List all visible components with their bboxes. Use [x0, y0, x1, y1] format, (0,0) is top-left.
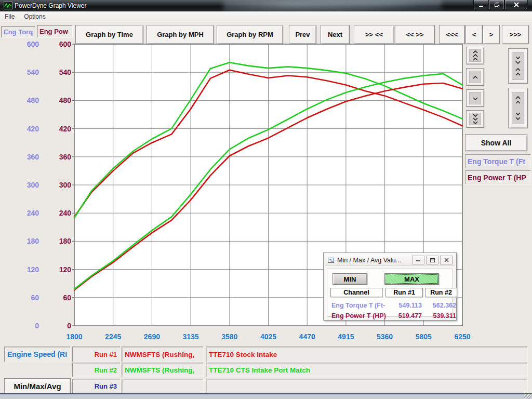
- chevrons-expand-icon: [512, 92, 524, 124]
- run2-label-box[interactable]: Run #2: [72, 363, 121, 377]
- run1-description-box: TTE710 Stock Intake: [206, 347, 528, 362]
- torque-axis-tick-label: 240: [27, 209, 39, 217]
- power-axis-tick-label: 540: [59, 68, 72, 76]
- torque-axis-tick-label: 0: [35, 322, 39, 330]
- rpm-axis-tick-label: 5805: [416, 332, 432, 341]
- power-axis-tick-label: 420: [59, 125, 72, 133]
- dialog-icon: [327, 257, 335, 263]
- minimize-icon: [478, 3, 484, 7]
- torque-row-channel: Eng Torque T (Ft-: [331, 302, 385, 309]
- collapse-scale-button[interactable]: [508, 48, 528, 84]
- rpm-axis-tick-label: 6250: [454, 332, 470, 341]
- run1-column-header: Run #1: [385, 288, 423, 297]
- dialog-minimize-icon: [416, 258, 420, 262]
- scroll-down-button[interactable]: [466, 89, 484, 107]
- torque-axis-tick-label: 300: [27, 181, 39, 189]
- menu-file[interactable]: File: [5, 13, 15, 20]
- graph-by-time-button[interactable]: Graph by Time: [75, 25, 143, 44]
- min-max-avg-button[interactable]: Min/Max/Avg: [4, 378, 71, 394]
- scroll-down-fast-button[interactable]: [466, 110, 484, 128]
- menu-options[interactable]: Options: [24, 13, 45, 20]
- run3-file-box: [122, 379, 204, 393]
- window-controls: [473, 0, 528, 10]
- restore-icon: [494, 2, 500, 7]
- power-axis-tick-label: 300: [59, 181, 72, 189]
- run2-file-box: NWMSFTS (Rushing,: [122, 363, 204, 377]
- close-button[interactable]: [504, 0, 528, 10]
- step-forward-button[interactable]: >: [483, 25, 500, 44]
- go-first-button[interactable]: <<<: [439, 25, 465, 44]
- scroll-up-fast-button[interactable]: [466, 47, 484, 64]
- window-bottom-border: [0, 393, 532, 399]
- triple-chevron-down-icon: [469, 113, 481, 125]
- power-channel-label[interactable]: Eng Power T (HP: [465, 170, 531, 184]
- min-tab-button[interactable]: MIN: [332, 273, 367, 285]
- rpm-axis-tick-label: 4025: [260, 332, 276, 341]
- resize-grip-icon[interactable]: [524, 394, 531, 398]
- dialog-close-button[interactable]: [440, 256, 453, 264]
- dialog-maximize-button[interactable]: [426, 256, 438, 264]
- rpm-axis-tick-label: 2690: [144, 332, 160, 341]
- expand-scale-button[interactable]: [508, 88, 528, 128]
- power-run1-max: 519.477: [385, 312, 422, 320]
- triple-chevron-up-icon: [469, 49, 481, 62]
- torque-axis-tick-label: 360: [27, 153, 39, 161]
- power-axis-tick-label: 480: [59, 96, 72, 104]
- restore-button[interactable]: [489, 0, 504, 10]
- graph-by-rpm-button[interactable]: Graph by RPM: [217, 25, 283, 44]
- run2-column-header: Run #2: [425, 288, 457, 297]
- dialog-close-icon: [444, 258, 449, 262]
- power-axis-tick-label: 240: [59, 209, 72, 217]
- menu-bar: File Options: [0, 11, 532, 22]
- power-axis-tick-label: 120: [59, 265, 72, 274]
- chevron-up-icon: [469, 71, 481, 83]
- rpm-axis-tick-label: 2245: [105, 332, 121, 341]
- curve-run-2-eng-torque-ft-lbs-: [74, 62, 462, 218]
- torque-axis-tick-label: 420: [27, 125, 39, 133]
- run2-description-box: TTE710 CTS Intake Port Match: [206, 363, 528, 377]
- app-icon: [4, 2, 12, 9]
- prev-button[interactable]: Prev: [289, 25, 316, 44]
- eng-torque-axis-toggle[interactable]: Eng Torq: [1, 26, 35, 38]
- rpm-axis-tick-label: 4915: [338, 332, 354, 341]
- dialog-title: Min / Max / Avg Valu...: [337, 257, 401, 264]
- zoom-out-button[interactable]: << >>: [395, 25, 435, 44]
- channel-column-header: Channel: [330, 288, 382, 297]
- step-back-button[interactable]: <: [466, 25, 483, 44]
- torque-axis-tick-label: 180: [27, 237, 39, 245]
- power-row-channel: Eng Power T (HP): [331, 312, 386, 320]
- graph-by-mph-button[interactable]: Graph by MPH: [147, 25, 214, 44]
- dialog-minimize-button[interactable]: [412, 256, 424, 264]
- window-title: PowerDyne Graph Viewer: [15, 2, 87, 9]
- rpm-axis-tick-label: 4470: [299, 332, 315, 341]
- power-run2-max: 539.311: [420, 312, 456, 320]
- eng-power-axis-toggle[interactable]: Eng Pow: [37, 25, 73, 38]
- zoom-in-button[interactable]: >> <<: [354, 25, 394, 44]
- rpm-axis-tick-label: 1800: [66, 332, 82, 341]
- dialog-body: MIN MAX Channel Run #1 Run #2 Eng Torque…: [327, 269, 453, 317]
- power-axis-tick-label: 60: [63, 294, 71, 302]
- show-all-button[interactable]: Show All: [465, 134, 527, 151]
- dialog-maximize-icon: [430, 258, 435, 262]
- next-button[interactable]: Next: [321, 25, 350, 44]
- run1-file-box: NWMSFTS (Rushing,: [122, 347, 204, 362]
- go-last-button[interactable]: >>>: [502, 25, 529, 44]
- run3-label-box[interactable]: Run #3: [72, 379, 121, 393]
- power-axis-tick-label: 600: [59, 41, 72, 48]
- run1-label-box[interactable]: Run #1: [72, 347, 121, 362]
- minimize-button[interactable]: [473, 0, 489, 10]
- chevron-down-icon: [469, 92, 481, 104]
- power-axis-tick-label: 0: [67, 322, 71, 330]
- curve-run-1-eng-torque-ft-lbs-: [74, 70, 462, 217]
- x-axis-channel-box[interactable]: Engine Speed (RI: [4, 347, 71, 362]
- max-tab-button[interactable]: MAX: [384, 273, 439, 285]
- torque-run1-max: 549.113: [385, 302, 422, 309]
- dialog-title-bar[interactable]: Min / Max / Avg Valu...: [325, 255, 455, 266]
- scroll-up-button[interactable]: [466, 68, 484, 86]
- min-max-avg-dialog[interactable]: Min / Max / Avg Valu... MIN MAX Channel …: [323, 252, 457, 321]
- torque-axis-tick-label: 540: [27, 68, 39, 76]
- rpm-axis-tick-label: 3135: [183, 332, 199, 341]
- torque-channel-label[interactable]: Eng Torque T (Ft: [465, 154, 531, 168]
- torque-run2-max: 562.362: [420, 302, 456, 309]
- torque-axis-tick-label: 480: [27, 96, 39, 104]
